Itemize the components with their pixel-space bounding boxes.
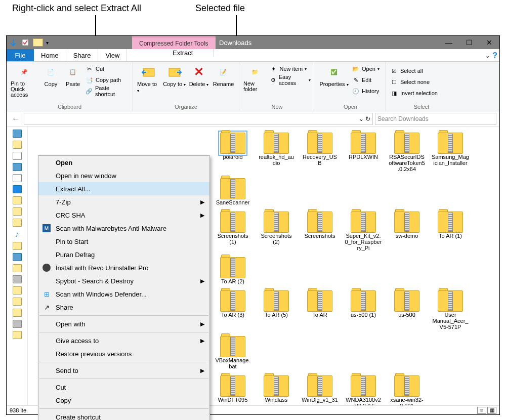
file-item[interactable]: Screenshots (1) [214,212,251,251]
ctx-open-with[interactable]: Open with▶ [38,317,209,330]
rename-button[interactable]: 📝Rename [212,64,235,87]
tab-extract[interactable]: Extract [152,49,214,57]
copy-to-button[interactable]: Copy to ▾ [163,64,186,87]
file-item[interactable]: Super_Kit_v2.0_for_Raspberry_Pi [345,212,382,251]
copy-path-button[interactable]: 📑Copy path [86,75,129,85]
ctx-defender[interactable]: ⊞Scan with Windows Defender... [38,287,209,301]
tab-home[interactable]: Home [34,49,66,61]
refresh-icon[interactable]: ↻ [365,115,370,122]
delete-button[interactable]: ✕Delete ▾ [189,64,209,87]
new-item-button[interactable]: ✦New item ▾ [269,64,311,74]
ctx-pin-start[interactable]: Pin to Start [38,235,209,248]
large-icons-view-icon[interactable]: ▦ [487,407,496,414]
qat-dropdown-icon[interactable]: ▾ [46,40,51,46]
file-item[interactable]: WNDA3100v2_V2.2.0.5 [345,375,382,405]
file-item[interactable]: To AR (3) [214,290,251,330]
ctx-restore-versions[interactable]: Restore previous versions [38,347,209,360]
address-bar[interactable]: ⌄ ↻ [24,113,373,125]
ctx-scan-mbam[interactable]: MScan with Malwarebytes Anti-Malware [38,222,209,235]
file-item[interactable]: WinDFT095 [214,375,251,405]
ctx-share[interactable]: ↗Share [38,301,209,314]
file-item[interactable]: To AR (1) [432,212,469,251]
navigation-pane[interactable]: ♪ [7,127,28,405]
ctx-crc-sha[interactable]: CRC SHA▶ [38,208,209,222]
nav-item[interactable] [13,253,22,261]
file-item[interactable]: WinDlg_v1_31 [301,375,339,405]
nav-back-button[interactable]: ← [10,113,22,125]
back-icon[interactable] [9,38,18,47]
invert-selection-button[interactable]: ◨Invert selection [390,88,453,98]
maximize-button[interactable]: ☐ [459,36,479,49]
nav-item[interactable] [13,163,22,171]
nav-item[interactable] [13,298,22,306]
file-item[interactable]: us-500 (1) [345,290,382,330]
nav-item[interactable] [13,286,22,295]
new-folder-button[interactable]: 📁New folder [243,64,266,92]
nav-item[interactable] [13,242,22,250]
folder-icon[interactable] [33,38,43,47]
file-item[interactable]: To AR (5) [258,290,295,330]
ctx-open[interactable]: Open [38,156,209,169]
titlebar[interactable]: ▾ Compressed Folder Tools Downloads — ☐ … [7,36,499,49]
file-item[interactable]: Screenshots [301,212,339,251]
ctx-extract-all[interactable]: Extract All... [38,182,209,195]
ctx-create-shortcut[interactable]: Create shortcut [38,410,209,420]
file-item[interactable]: xsane-win32-0.991 [388,375,426,405]
ctx-spybot[interactable]: Spybot - Search & Destroy▶ [38,274,209,287]
file-item[interactable]: To AR [301,290,339,330]
file-item[interactable]: RPDLXWIN [345,133,382,172]
pin-button[interactable]: 📌Pin to Quick access [11,64,38,98]
ctx-give-access[interactable]: Give access to▶ [38,334,209,347]
nav-item[interactable] [13,141,22,149]
file-item[interactable]: Recovery_USB [301,133,339,172]
file-item[interactable]: Samsung_Magician_Installer [432,133,469,172]
nav-downloads[interactable] [13,185,22,193]
file-item[interactable]: Windlass [258,375,295,405]
nav-item[interactable] [13,331,22,339]
nav-item[interactable] [13,152,22,160]
file-item[interactable]: VBoxManage.bat [214,336,251,369]
nav-item[interactable] [13,264,22,272]
nav-item[interactable] [13,207,22,216]
edit-button[interactable]: ✎Edit [352,75,380,85]
file-item[interactable]: RSASecurIDSoftwareToken5.0.2x64 [388,133,426,172]
cut-button[interactable]: ✂Cut [86,64,129,74]
file-item[interactable]: Screenshots (2) [258,212,295,251]
file-item[interactable]: To AR (2) [214,257,251,284]
file-item[interactable]: us-500 [388,290,426,330]
history-button[interactable]: 🕘History [352,86,380,96]
file-item[interactable]: sw-demo [388,212,426,251]
nav-item[interactable] [13,196,22,204]
paste-button[interactable]: 📋Paste [63,64,82,87]
nav-item[interactable] [13,219,22,227]
file-item[interactable]: polaroid [214,133,251,172]
nav-quick-access[interactable] [13,130,22,138]
properties-button[interactable]: ✅Properties ▾ [319,64,349,87]
nav-item[interactable] [13,309,22,317]
close-button[interactable]: ✕ [479,36,499,49]
file-item[interactable]: SaneScanner [214,178,251,205]
paste-shortcut-button[interactable]: 🔗Paste shortcut [86,86,129,96]
easy-access-button[interactable]: ⚙Easy access ▾ [269,75,311,85]
ctx-revo[interactable]: Install with Revo Uninstaller Pro [38,261,209,274]
ctx-cut[interactable]: Cut [38,381,209,394]
move-to-button[interactable]: Move to ▾ [137,64,160,93]
tab-share[interactable]: Share [66,49,99,61]
ctx-copy[interactable]: Copy [38,394,209,407]
search-input[interactable]: Search Downloads [375,113,496,125]
copy-button[interactable]: 📄Copy [41,64,61,87]
ctx-open-new-window[interactable]: Open in new window [38,169,209,182]
nav-music[interactable]: ♪ [15,230,19,239]
tab-file[interactable]: File [7,49,34,61]
details-view-icon[interactable]: ≡ [477,407,486,414]
ctx-send-to[interactable]: Send to▶ [38,364,209,377]
nav-drive[interactable] [13,320,22,328]
select-all-button[interactable]: ☑Select all [390,66,453,76]
open-button[interactable]: 📂Open ▾ [352,64,380,74]
ctx-7zip[interactable]: 7-Zip▶ [38,195,209,208]
nav-item[interactable] [13,174,22,182]
ctx-puran[interactable]: Puran Defrag [38,248,209,261]
expand-ribbon-icon[interactable]: ⌄ [485,52,490,59]
file-item[interactable]: User Manual_Acer_V5-571P [432,290,469,330]
address-dropdown-icon[interactable]: ⌄ [359,115,364,122]
